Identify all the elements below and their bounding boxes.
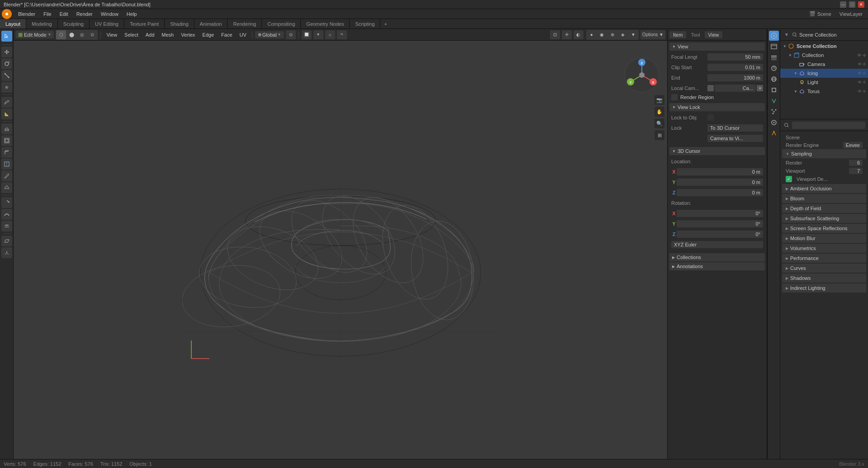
- constraints-tab-btn[interactable]: [769, 128, 779, 138]
- local-cam-field[interactable]: Ca...: [715, 85, 756, 92]
- vp-edge-menu[interactable]: Edge: [199, 31, 217, 38]
- options-btn[interactable]: Options ▼: [640, 30, 665, 39]
- ws-tab-shading[interactable]: Shading: [165, 19, 194, 28]
- shading-mat-btn[interactable]: ◉: [597, 30, 607, 39]
- close-button[interactable]: ✕: [858, 1, 864, 8]
- npanel-view-tab[interactable]: View: [705, 31, 723, 38]
- cursor-icon[interactable]: ✛: [863, 53, 866, 58]
- camera-cursor-icon[interactable]: ✛: [863, 62, 866, 66]
- viewport-grid-btn[interactable]: ⊞: [655, 130, 664, 140]
- loop-cut-tool-btn[interactable]: [1, 159, 12, 170]
- tree-icing[interactable]: ▼ Icing 👁 ✛: [780, 69, 868, 78]
- npanel-tool-tab[interactable]: Tool: [687, 31, 703, 38]
- euler-mode-selector[interactable]: XYZ Euler: [671, 241, 763, 248]
- outliner-filter-icon[interactable]: ▼: [783, 31, 790, 38]
- smooth-tool-btn[interactable]: [1, 209, 12, 220]
- knife-tool-btn[interactable]: [1, 170, 12, 181]
- edge-slide-btn[interactable]: [1, 221, 12, 232]
- render-section-header-curves[interactable]: ▶ Curves: [782, 264, 866, 273]
- material-mode-btn[interactable]: ◎: [77, 30, 87, 39]
- prop-falloff-btn[interactable]: ↷: [337, 30, 347, 39]
- rotate-tool-btn[interactable]: [1, 58, 12, 69]
- menu-edit[interactable]: Edit: [56, 10, 72, 18]
- rip-tool-btn[interactable]: [1, 247, 12, 258]
- vp-vertex-menu[interactable]: Vertex: [178, 31, 198, 38]
- vp-uv-menu[interactable]: UV: [237, 31, 249, 38]
- collections-section-header[interactable]: ▶ Collections: [669, 253, 765, 261]
- lock-to-obj-checkbox[interactable]: [707, 114, 714, 121]
- proportional-edit-btn[interactable]: ○: [325, 30, 335, 39]
- viewport-magnify-btn[interactable]: 🔍: [655, 118, 664, 128]
- transform-orientation-selector[interactable]: ⊕ Global ▼: [255, 31, 284, 38]
- icing-cursor-icon[interactable]: ✛: [863, 71, 866, 76]
- y-coord-value[interactable]: 0 m: [677, 179, 763, 186]
- measure-tool-btn[interactable]: 📐: [1, 109, 12, 119]
- mode-selector[interactable]: ▦ Edit Mode ▼: [15, 31, 54, 38]
- light-eye-icon[interactable]: 👁: [858, 80, 862, 85]
- world-tab-btn[interactable]: [769, 74, 779, 84]
- npanel-item-tab[interactable]: Item: [669, 31, 686, 38]
- view-lock-section-header[interactable]: ▼ View Lock: [669, 103, 765, 111]
- light-cursor-icon[interactable]: ✛: [863, 80, 866, 85]
- ws-tab-add[interactable]: +: [380, 20, 390, 28]
- lock-to-cursor-btn[interactable]: To 3D Cursor: [707, 124, 763, 132]
- viewport-denoising-checkbox[interactable]: ✓: [786, 176, 792, 182]
- scale-tool-btn[interactable]: [1, 70, 12, 81]
- render-section-header-performance[interactable]: ▶ Performance: [782, 254, 866, 263]
- render-region-checkbox[interactable]: [671, 94, 678, 100]
- render-tab-btn[interactable]: [769, 31, 779, 41]
- ws-tab-modeling[interactable]: Modeling: [26, 19, 58, 28]
- viewport-camera-btn[interactable]: 📷: [655, 95, 664, 105]
- vp-face-menu[interactable]: Face: [218, 31, 235, 38]
- inset-tool-btn[interactable]: [1, 135, 12, 146]
- vp-add-menu[interactable]: Add: [143, 31, 157, 38]
- ws-tab-rendering[interactable]: Rendering: [228, 19, 262, 28]
- extrude-tool-btn[interactable]: [1, 123, 12, 134]
- torus-cursor-icon[interactable]: ✛: [863, 89, 866, 94]
- navigation-gizmo[interactable]: Z X Y: [624, 57, 660, 93]
- torus-eye-icon[interactable]: 👁: [858, 89, 862, 94]
- ws-tab-sculpting[interactable]: Sculpting: [58, 19, 90, 28]
- z-coord-value[interactable]: 0 m: [677, 189, 763, 196]
- icing-eye-icon[interactable]: 👁: [858, 71, 862, 76]
- shading-wire-btn[interactable]: ◈: [618, 30, 628, 39]
- scene-tab-btn[interactable]: [769, 63, 779, 73]
- ws-tab-layout[interactable]: Layout: [0, 19, 26, 28]
- clip-start-value[interactable]: 0.01 m: [707, 64, 763, 71]
- minimize-button[interactable]: —: [840, 1, 846, 8]
- cursor-section-header[interactable]: ▼ 3D Cursor: [669, 147, 765, 155]
- view-section-header[interactable]: ▼ View: [669, 43, 765, 51]
- focal-length-value[interactable]: 50 mm: [707, 53, 763, 61]
- render-section-header-ambient-occlusion[interactable]: ▶ Ambient Occlusion: [782, 184, 866, 193]
- render-section-header-indirect-lighting[interactable]: ▶ Indirect Lighting: [782, 284, 866, 293]
- eye-icon[interactable]: 👁: [857, 53, 862, 58]
- viewport-shading-options-btn[interactable]: ◐: [574, 30, 583, 39]
- render-section-header-motion-blur[interactable]: ▶ Motion Blur: [782, 234, 866, 243]
- pivot-selector[interactable]: ⊙: [286, 30, 296, 39]
- tree-collection[interactable]: ▼ Collection 👁 ✛: [780, 51, 868, 60]
- render-section-header-depth-of-field[interactable]: ▶ Depth of Field: [782, 204, 866, 213]
- ws-tab-texture-paint[interactable]: Texture Paint: [124, 19, 165, 28]
- local-cam-checkbox[interactable]: [707, 85, 714, 91]
- render-props-search-input[interactable]: [792, 122, 865, 129]
- vp-view-menu[interactable]: View: [104, 31, 120, 38]
- menu-render[interactable]: Render: [73, 10, 96, 18]
- menu-window[interactable]: Window: [97, 10, 122, 18]
- camera-eye-icon[interactable]: 👁: [858, 62, 862, 66]
- spin-tool-btn[interactable]: [1, 197, 12, 208]
- maximize-button[interactable]: □: [849, 1, 855, 8]
- bevel-tool-btn[interactable]: [1, 147, 12, 158]
- render-props-search-icon[interactable]: [783, 122, 790, 129]
- clip-end-value[interactable]: 1000 m: [707, 74, 763, 81]
- vp-mesh-menu[interactable]: Mesh: [159, 31, 176, 38]
- ws-tab-geometry-nodes[interactable]: Geometry Nodes: [301, 19, 350, 28]
- render-section-header-subsurface-scattering[interactable]: ▶ Subsurface Scattering: [782, 214, 866, 223]
- snap-toggle-btn[interactable]: 🔲: [302, 30, 312, 39]
- annotate-tool-btn[interactable]: [1, 97, 12, 108]
- vp-select-menu[interactable]: Select: [122, 31, 141, 38]
- menu-blender[interactable]: Blender: [14, 10, 39, 18]
- wireframe-mode-btn[interactable]: ⬡: [56, 30, 66, 39]
- shading-rendered-btn[interactable]: ⊕: [607, 30, 617, 39]
- move-tool-btn[interactable]: [1, 47, 12, 57]
- ws-tab-scripting[interactable]: Scripting: [350, 19, 380, 28]
